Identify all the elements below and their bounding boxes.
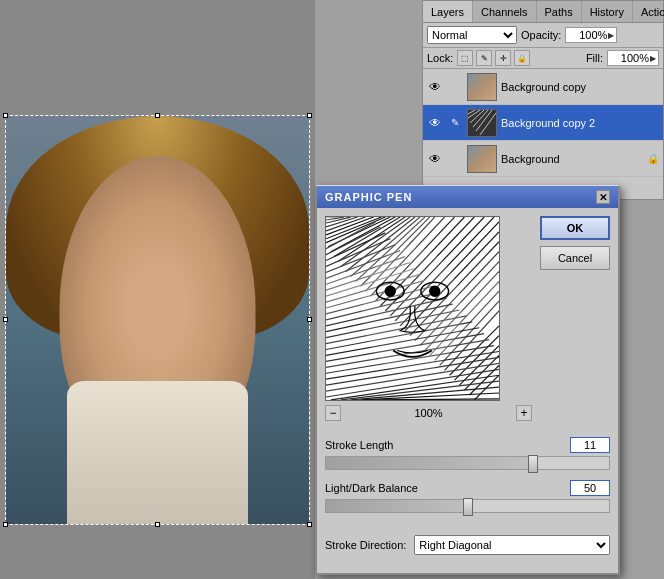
ok-button[interactable]: OK xyxy=(540,216,610,240)
stroke-length-label-row: Stroke Length xyxy=(325,437,610,453)
selection-handle-tc[interactable] xyxy=(155,113,160,118)
selection-handle-bl[interactable] xyxy=(3,522,8,527)
light-dark-track[interactable] xyxy=(325,499,610,513)
layer-thumb-svg xyxy=(468,110,496,136)
layer-eye-2[interactable]: 👁 xyxy=(427,115,443,131)
light-dark-input[interactable] xyxy=(570,480,610,496)
layer-name-1: Background copy xyxy=(501,81,659,93)
light-dark-label: Light/Dark Balance xyxy=(325,482,418,494)
cancel-button[interactable]: Cancel xyxy=(540,246,610,270)
stroke-length-input[interactable] xyxy=(570,437,610,453)
selection-handle-br[interactable] xyxy=(307,522,312,527)
zoom-out-button[interactable]: − xyxy=(325,405,341,421)
lock-transparent-btn[interactable]: ⬚ xyxy=(457,50,473,66)
layer-item-background[interactable]: 👁 Background 🔒 xyxy=(423,141,663,177)
dialog-buttons: OK Cancel xyxy=(540,216,610,425)
selection-handle-mr[interactable] xyxy=(307,317,312,322)
svg-point-79 xyxy=(363,247,462,376)
selection-handle-tr[interactable] xyxy=(307,113,312,118)
lock-icons: ⬚ ✎ ✛ 🔒 xyxy=(457,50,530,66)
tab-layers[interactable]: Layers xyxy=(423,1,473,22)
fill-label: Fill: xyxy=(586,52,603,64)
preview-section: − 100% + xyxy=(325,216,532,425)
lock-image-btn[interactable]: ✎ xyxy=(476,50,492,66)
stroke-direction-row: Stroke Direction: Right Diagonal Left Di… xyxy=(317,531,618,559)
stroke-length-track[interactable] xyxy=(325,456,610,470)
opacity-display[interactable]: 100% ▶ xyxy=(565,27,617,43)
layer-eye-1[interactable]: 👁 xyxy=(427,79,443,95)
fill-display[interactable]: 100% ▶ xyxy=(607,50,659,66)
layer-thumb-1 xyxy=(467,73,497,101)
zoom-in-button[interactable]: + xyxy=(516,405,532,421)
selection-handle-tl[interactable] xyxy=(3,113,8,118)
fill-arrow: ▶ xyxy=(650,54,656,63)
graphic-pen-preview-svg xyxy=(326,217,499,400)
selection-handle-bc[interactable] xyxy=(155,522,160,527)
dialog-title: Graphic Pen xyxy=(325,191,412,203)
layer-name-3: Background xyxy=(501,153,643,165)
tab-actions[interactable]: Actions xyxy=(633,1,664,22)
lock-all-btn[interactable]: 🔒 xyxy=(514,50,530,66)
svg-point-82 xyxy=(385,286,395,296)
tab-channels[interactable]: Channels xyxy=(473,1,536,22)
light-dark-label-row: Light/Dark Balance xyxy=(325,480,610,496)
dialog-content: − 100% + OK Cancel xyxy=(317,208,618,433)
layer-brush-3 xyxy=(447,151,463,167)
layer-eye-3[interactable]: 👁 xyxy=(427,151,443,167)
dialog-titlebar: Graphic Pen ✕ xyxy=(317,186,618,208)
layer-thumb-2 xyxy=(467,109,497,137)
photo-container[interactable] xyxy=(5,115,310,525)
lock-label: Lock: xyxy=(427,52,453,64)
layer-thumb-3 xyxy=(467,145,497,173)
blend-mode-select[interactable]: Normal Dissolve Multiply Screen xyxy=(427,26,517,44)
preview-area xyxy=(325,216,500,401)
layers-tabs: Layers Channels Paths History Actions xyxy=(423,1,663,23)
light-dark-balance-row: Light/Dark Balance xyxy=(325,480,610,513)
lock-fill-row: Lock: ⬚ ✎ ✛ 🔒 Fill: 100% ▶ xyxy=(423,48,663,69)
layers-panel: Layers Channels Paths History Actions No… xyxy=(422,0,664,200)
layers-toolbar: Normal Dissolve Multiply Screen Opacity:… xyxy=(423,23,663,48)
preview-controls: − 100% + xyxy=(325,401,532,425)
stroke-length-thumb[interactable] xyxy=(528,455,538,473)
portrait-photo xyxy=(6,116,309,524)
opacity-row: Opacity: 100% ▶ xyxy=(521,27,617,43)
lock-position-btn[interactable]: ✛ xyxy=(495,50,511,66)
layer-brush-1 xyxy=(447,79,463,95)
selection-handle-ml[interactable] xyxy=(3,317,8,322)
canvas-area xyxy=(0,0,315,579)
layer-brush-2: ✎ xyxy=(447,115,463,131)
tab-history[interactable]: History xyxy=(582,1,633,22)
graphic-pen-dialog: Graphic Pen ✕ xyxy=(315,185,620,575)
light-dark-thumb[interactable] xyxy=(463,498,473,516)
light-dark-fill xyxy=(326,500,468,512)
stroke-direction-label: Stroke Direction: xyxy=(325,539,406,551)
sliders-section: Stroke Length Light/Dark Balance xyxy=(317,433,618,531)
stroke-length-fill xyxy=(326,457,533,469)
layer-name-2: Background copy 2 xyxy=(501,117,659,129)
layer-item-background-copy[interactable]: 👁 Background copy xyxy=(423,69,663,105)
stroke-direction-select[interactable]: Right Diagonal Left Diagonal Horizontal … xyxy=(414,535,610,555)
svg-point-83 xyxy=(430,286,440,296)
opacity-arrow: ▶ xyxy=(608,31,614,40)
layer-lock-icon-3: 🔒 xyxy=(647,153,659,164)
stroke-length-label: Stroke Length xyxy=(325,439,394,451)
opacity-label: Opacity: xyxy=(521,29,561,41)
tab-paths[interactable]: Paths xyxy=(537,1,582,22)
zoom-level: 100% xyxy=(414,407,442,419)
layer-item-background-copy-2[interactable]: 👁 ✎ Background copy 2 xyxy=(423,105,663,141)
stroke-length-row: Stroke Length xyxy=(325,437,610,470)
dialog-close-button[interactable]: ✕ xyxy=(596,190,610,204)
